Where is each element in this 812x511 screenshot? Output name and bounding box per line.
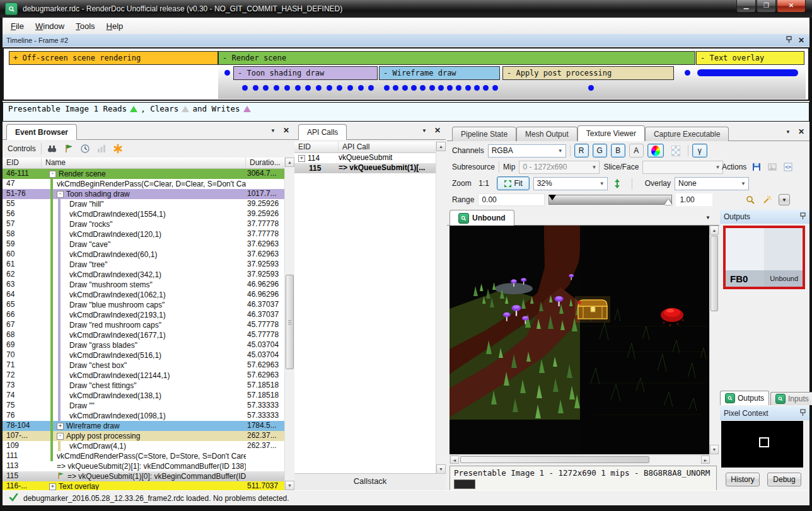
api-call-row[interactable]: +114vkQueueSubmit bbox=[294, 153, 436, 163]
event-browser-scrollbar[interactable]: ▲ ▼ bbox=[284, 158, 294, 490]
event-row[interactable]: 107-...-Apply post processing262.37... bbox=[3, 431, 285, 441]
tab-outputs[interactable]: Outputs bbox=[720, 391, 769, 405]
mip-select[interactable]: 0 - 1272x690▼ bbox=[519, 161, 600, 174]
event-row[interactable]: 61Draw "tree"37.92593 bbox=[3, 260, 285, 270]
event-row[interactable]: 46-111-Render scene3064.7... bbox=[3, 169, 285, 179]
autofit-wand-icon[interactable] bbox=[762, 194, 773, 205]
timeline-close-icon[interactable]: ✕ bbox=[798, 37, 804, 43]
time-draws-icon[interactable] bbox=[79, 143, 91, 154]
timeline-bar[interactable]: - Wireframe draw bbox=[379, 66, 500, 80]
event-row[interactable]: 71Draw "chest box"57.62963 bbox=[3, 360, 285, 370]
channel-alpha-toggle[interactable]: A bbox=[629, 144, 644, 158]
timeline-bar[interactable]: - Apply post processing bbox=[502, 66, 674, 80]
expander-icon[interactable]: - bbox=[49, 171, 56, 178]
menu-item-help[interactable]: Help bbox=[101, 19, 129, 33]
event-dot[interactable] bbox=[224, 70, 230, 76]
event-row[interactable]: 51-76-Toon shading draw1017.7... bbox=[3, 189, 285, 199]
event-row[interactable]: 59Draw "cave"37.62963 bbox=[3, 239, 285, 250]
event-row[interactable]: 55Draw "hill"39.25926 bbox=[3, 199, 285, 209]
pin-icon[interactable] bbox=[786, 36, 792, 45]
column-eid[interactable]: EID bbox=[294, 142, 339, 152]
debug-button[interactable]: Debug bbox=[767, 473, 801, 486]
zoom-fit-button[interactable]: Fit bbox=[497, 176, 530, 190]
event-row[interactable]: 57Draw "rocks"37.77778 bbox=[3, 219, 285, 229]
event-row[interactable]: 65Draw "blue mushroom caps"46.37037 bbox=[3, 300, 285, 310]
event-row[interactable]: 109vkCmdDraw(4,1)262.37... bbox=[3, 441, 285, 451]
event-row[interactable]: 67Draw "red mushroom caps"45.77778 bbox=[3, 320, 285, 330]
event-row[interactable]: 76vkCmdDrawIndexed(1098,1)57.33333 bbox=[3, 411, 285, 421]
event-row[interactable]: 115=> vkQueueSubmit(1)[0]: vkBeginComman… bbox=[3, 471, 285, 481]
timeline-bar[interactable]: - Render scene bbox=[218, 51, 695, 65]
texture-viewer-close-icon[interactable]: ✕ bbox=[798, 129, 804, 135]
event-row[interactable]: 116-...+Text overlay511.7037 bbox=[3, 481, 285, 490]
event-row[interactable]: 111vkCmdEndRenderPass(C=Store, D=Store, … bbox=[3, 451, 285, 461]
event-dot[interactable] bbox=[685, 70, 690, 76]
event-dot[interactable] bbox=[411, 85, 417, 91]
range-black-marker[interactable] bbox=[548, 195, 556, 200]
callstack-section[interactable]: Callstack bbox=[294, 473, 446, 490]
tab-unbound-texture[interactable]: Unbound bbox=[450, 210, 514, 226]
event-dot[interactable] bbox=[347, 85, 353, 91]
expander-icon[interactable]: - bbox=[57, 433, 64, 440]
event-row[interactable]: 58vkCmdDrawIndexed(120,1)37.77778 bbox=[3, 229, 285, 239]
event-row[interactable]: 73Draw "chest fittings"57.18518 bbox=[3, 381, 285, 391]
stats-icon[interactable] bbox=[96, 143, 107, 154]
custom-action-icon[interactable] bbox=[112, 143, 124, 154]
tab-event-browser[interactable]: Event Browser bbox=[6, 124, 77, 140]
find-event-icon[interactable] bbox=[47, 143, 58, 154]
column-eid[interactable]: EID bbox=[3, 158, 42, 168]
api-call-row[interactable]: 115=> vkQueueSubmit(1)[... bbox=[294, 163, 436, 173]
range-white-marker[interactable] bbox=[664, 199, 672, 205]
expander-icon[interactable]: + bbox=[49, 483, 56, 490]
column-api-call[interactable]: API Call bbox=[339, 142, 436, 152]
panel-menu-icon[interactable]: ▼ bbox=[786, 129, 791, 135]
event-dot[interactable] bbox=[465, 85, 471, 91]
tab-inputs[interactable]: Inputs bbox=[770, 392, 812, 405]
timeline-bar[interactable]: - Text overlay bbox=[696, 51, 804, 65]
timeline-bar[interactable]: + Off-screen scene rendering bbox=[9, 51, 218, 65]
event-row[interactable]: 75Draw ""57.33333 bbox=[3, 401, 285, 411]
event-row[interactable]: 63Draw "mushroom stems"46.96296 bbox=[3, 280, 285, 290]
api-calls-scrollbar[interactable]: ▲ ▼ bbox=[436, 142, 446, 474]
event-dot[interactable] bbox=[358, 85, 364, 91]
column-duration[interactable]: Duratio... bbox=[246, 158, 285, 168]
maximize-button[interactable]: ❐ bbox=[757, 0, 776, 13]
event-row[interactable]: 74vkCmdDrawIndexed(138,1)57.18518 bbox=[3, 391, 285, 401]
event-dot[interactable] bbox=[429, 85, 435, 91]
event-dot[interactable] bbox=[295, 85, 301, 91]
backcolor-wheel-button[interactable] bbox=[647, 144, 664, 158]
texture-tab-dropdown-icon[interactable]: ▼ bbox=[705, 215, 710, 221]
checkerboard-button[interactable] bbox=[668, 144, 684, 158]
event-dot[interactable] bbox=[253, 85, 258, 91]
pixel-context-view[interactable] bbox=[721, 421, 803, 468]
texture-horizontal-scrollbar[interactable]: ◄ ► bbox=[450, 455, 710, 464]
channel-red-toggle[interactable]: R bbox=[574, 144, 589, 158]
tab-capture-executable[interactable]: Capture Executable bbox=[645, 127, 729, 141]
event-browser-close-icon[interactable]: ✕ bbox=[283, 127, 289, 134]
tab-texture-viewer[interactable]: Texture Viewer bbox=[577, 125, 645, 141]
event-dot[interactable] bbox=[402, 85, 408, 91]
event-row[interactable]: 113=> vkQueueSubmit(2)[1]: vkEndCommandB… bbox=[3, 461, 285, 471]
range-max-input[interactable]: 1.00 bbox=[676, 193, 712, 206]
timeline-bar[interactable]: - Toon shading draw bbox=[233, 66, 378, 80]
column-name[interactable]: Name bbox=[42, 158, 246, 168]
event-row[interactable]: 60vkCmdDrawIndexed(60,1)37.62963 bbox=[3, 250, 285, 260]
event-row[interactable]: 69Draw "grass blades"45.03704 bbox=[3, 340, 285, 350]
tab-mesh-output[interactable]: Mesh Output bbox=[516, 127, 577, 141]
texture-vertical-scrollbar[interactable]: ▲ ▼ bbox=[709, 226, 719, 454]
event-row[interactable]: 56vkCmdDrawIndexed(1554,1)39.25926 bbox=[3, 209, 285, 219]
event-dot[interactable] bbox=[384, 85, 390, 91]
range-slider[interactable] bbox=[548, 195, 672, 205]
expander-icon[interactable]: - bbox=[57, 191, 64, 198]
event-dot[interactable] bbox=[316, 85, 322, 91]
overlay-select[interactable]: None▼ bbox=[675, 177, 749, 190]
save-image-icon[interactable] bbox=[767, 161, 778, 173]
tab-pipeline-state[interactable]: Pipeline State bbox=[452, 127, 516, 141]
slice-face-select[interactable]: ▼ bbox=[642, 161, 723, 174]
event-dot-cluster[interactable] bbox=[697, 69, 798, 76]
expander-icon[interactable]: + bbox=[57, 423, 64, 430]
pin-icon[interactable] bbox=[800, 212, 806, 222]
close-button[interactable]: ✕ bbox=[777, 0, 806, 13]
expander-icon[interactable]: + bbox=[298, 155, 305, 162]
event-dot[interactable] bbox=[474, 85, 480, 91]
